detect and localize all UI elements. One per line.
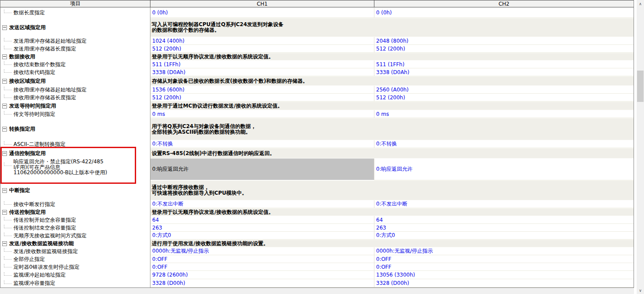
tree-collapse-icon[interactable] xyxy=(2,127,7,132)
tree-collapse-icon[interactable] xyxy=(2,241,7,246)
ch1-value-cell[interactable]: 1024 (400h) xyxy=(150,37,374,45)
ch2-value-cell[interactable]: 2048 (800h) xyxy=(374,37,634,45)
minus-glyph xyxy=(3,27,6,27)
section-label: 通信控制指定用 xyxy=(9,150,46,157)
vertical-scrollbar[interactable]: ∧ ∨ xyxy=(637,0,644,294)
table-row: 监视缓冲容量指定3328 (D00h)3328 (D00h) xyxy=(0,279,634,287)
ch2-value-cell[interactable]: 0 (0h) xyxy=(374,7,634,18)
scrollbar-down-button[interactable]: ∨ xyxy=(637,287,644,294)
tree-collapse-icon[interactable] xyxy=(2,104,7,108)
tree-item-label-cell: 发送用缓冲存储器长度指定 xyxy=(0,45,150,53)
description-line: 登录用于通过MC协议进行数据发送/接收的系统设定值。 xyxy=(152,103,283,109)
ch2-value-cell[interactable]: 0:方式0 xyxy=(374,232,634,240)
tree-item-label-cell: 响应返回允许・禁止指定(RS-422/485I/F用)(可在产品信息110620… xyxy=(0,159,150,180)
column-header-ch2: CH2 xyxy=(374,0,634,7)
ch1-value-cell[interactable]: 0:不转换 xyxy=(150,140,374,148)
item-label: 全部停止指定 xyxy=(13,257,45,262)
tree-collapse-icon[interactable] xyxy=(2,79,7,84)
ch2-value-cell[interactable]: 0000h:无监视/停止指示 xyxy=(374,247,634,255)
description-cell: 登录用于通过MC协议进行数据发送/接收的系统设定值。 xyxy=(150,101,634,110)
tree-section-label-cell: 数据接收用 xyxy=(0,53,150,61)
minus-glyph xyxy=(3,128,6,129)
section-label: 发送/接收数据监视链接功能 xyxy=(9,240,73,247)
section-label: 接收区域指定用 xyxy=(9,78,46,85)
ch2-value-cell[interactable]: 64 xyxy=(374,216,634,224)
tree-branch-icon xyxy=(4,248,12,252)
ch2-value-cell[interactable]: 2560 (A00h) xyxy=(374,86,634,94)
item-label: 发送用缓冲存储器长度指定 xyxy=(13,46,76,52)
ch2-value-cell[interactable]: 3328 (D00h) xyxy=(374,279,634,287)
ch2-value-cell[interactable]: 0:OFF xyxy=(374,263,634,271)
scrollbar-thumb[interactable] xyxy=(637,71,644,102)
ch2-value-cell[interactable]: 512 (200h) xyxy=(374,45,634,53)
ch1-value-cell[interactable]: 0:OFF xyxy=(150,255,374,263)
ch2-value-cell[interactable]: 0:响应返回允许 xyxy=(374,159,634,180)
scrollbar-up-button[interactable]: ∧ xyxy=(637,0,644,7)
ch2-value-cell[interactable]: 0:不发出中断 xyxy=(374,200,634,208)
ch2-value-cell[interactable]: 0:OFF xyxy=(374,255,634,263)
tree-item-label-cell: 接收中断发行指定 xyxy=(0,200,150,208)
tree-item-label-cell: 监视缓冲起始地址指定 xyxy=(0,271,150,279)
tree-branch-icon xyxy=(4,272,12,276)
tree-branch-icon xyxy=(4,217,12,220)
tree-branch-icon xyxy=(4,256,12,260)
ch1-value-cell[interactable]: 0:方式0 xyxy=(150,232,374,240)
ch1-value-cell[interactable]: 1536 (600h) xyxy=(150,86,374,94)
ch1-value-cell[interactable]: 0 (0h) xyxy=(150,7,374,18)
tree-item-label-cell: 接收结束数据个数指定 xyxy=(0,61,150,68)
ch2-value-cell[interactable]: 511 (1FFh) xyxy=(374,61,634,68)
tree-item-label-cell: 发送/接收数据监视链接指定 xyxy=(0,247,150,255)
item-label: 监视缓冲起始地址指定 xyxy=(13,272,66,278)
ch1-value-cell[interactable]: 64 xyxy=(150,216,374,224)
ch1-value-cell[interactable]: 0 ms xyxy=(150,110,374,118)
tree-section-label-cell: 发送区域指定用 xyxy=(0,18,150,37)
ch1-value-cell[interactable]: 0:响应返回允许 xyxy=(150,159,374,180)
ch2-value-cell[interactable]: 0:不转换 xyxy=(374,140,634,148)
tree-item-label-cell: 接收用缓冲存储器起始地址指定 xyxy=(0,86,150,94)
tree-branch-icon xyxy=(4,225,12,228)
description-line: 全部转换为ASCII码数据的数据转换功能。 xyxy=(152,129,256,135)
tree-section-label-cell: 转换指定用 xyxy=(0,118,150,140)
tree-branch-icon xyxy=(4,162,12,166)
ch1-value-cell[interactable]: 0000h:无监视/停止指示 xyxy=(150,247,374,255)
table-row: 接收中断发行指定0:不发出中断0:不发出中断 xyxy=(0,200,634,208)
ch2-value-cell[interactable]: 3338 (D0Ah) xyxy=(374,68,634,76)
ch1-value-cell[interactable]: 0:OFF xyxy=(150,263,374,271)
tree-collapse-icon[interactable] xyxy=(2,188,7,193)
tree-item-label-cell: 传送控制开始空余容量指定 xyxy=(0,216,150,224)
ch1-value-cell[interactable]: 512 (200h) xyxy=(150,45,374,53)
tree-section-label-cell: 发送等待时间指定用 xyxy=(0,101,150,110)
minus-glyph xyxy=(3,56,6,57)
ch1-value-cell[interactable]: 263 xyxy=(150,224,374,232)
minus-glyph xyxy=(3,81,6,81)
item-label: 接收结束代码指定 xyxy=(13,70,55,75)
description-cell: 用于将Q系列C24与对象设备间通信的数据，全部转换为ASCII码数据的数据转换功… xyxy=(150,118,634,140)
tree-item-label-cell: ASCII-二进制转换指定 xyxy=(0,140,150,148)
tree-branch-icon xyxy=(4,38,12,41)
tree-branch-icon xyxy=(4,201,12,205)
tree-collapse-icon[interactable] xyxy=(2,151,7,156)
ch1-value-cell[interactable]: 9728 (2600h) xyxy=(150,271,374,279)
item-label: 接收结束数据个数指定 xyxy=(13,62,66,68)
minus-glyph xyxy=(3,153,6,153)
tree-collapse-icon[interactable] xyxy=(2,210,7,215)
ch2-value-cell[interactable]: 263 xyxy=(374,224,634,232)
minus-glyph xyxy=(3,243,6,243)
ch1-value-cell[interactable]: 512 (200h) xyxy=(150,94,374,101)
ch1-value-cell[interactable]: 3328 (D00h) xyxy=(150,279,374,287)
tree-collapse-icon[interactable] xyxy=(2,25,7,30)
table-row: 接收区域指定用存储从对象设备已接收的数据长度(接收数据个数)和数据的存储器。 xyxy=(0,76,634,86)
table-row: 传送控制指定用登录用于以无顺序协议发送/接收数据的系统设定值。 xyxy=(0,208,634,216)
ch2-value-cell[interactable]: 512 (200h) xyxy=(374,94,634,101)
ch1-value-cell[interactable]: 3338 (D0Ah) xyxy=(150,68,374,76)
tree-collapse-icon[interactable] xyxy=(2,54,7,59)
item-label-line: 110620000000000-B以上版本中使用) xyxy=(13,170,107,176)
ch1-value-cell[interactable]: 511 (1FFh) xyxy=(150,61,374,68)
ch2-value-cell[interactable]: 0 ms xyxy=(374,110,634,118)
table-row: ASCII-二进制转换指定0:不转换0:不转换 xyxy=(0,140,634,148)
ch2-value-cell[interactable]: 13056 (3300h) xyxy=(374,271,634,279)
tree-section-label-cell: 接收区域指定用 xyxy=(0,76,150,86)
item-label: 定时器0错误发生时停止指定 xyxy=(13,264,80,270)
tree-section-label-cell: 中断指定 xyxy=(0,180,150,200)
ch1-value-cell[interactable]: 0:不发出中断 xyxy=(150,200,374,208)
